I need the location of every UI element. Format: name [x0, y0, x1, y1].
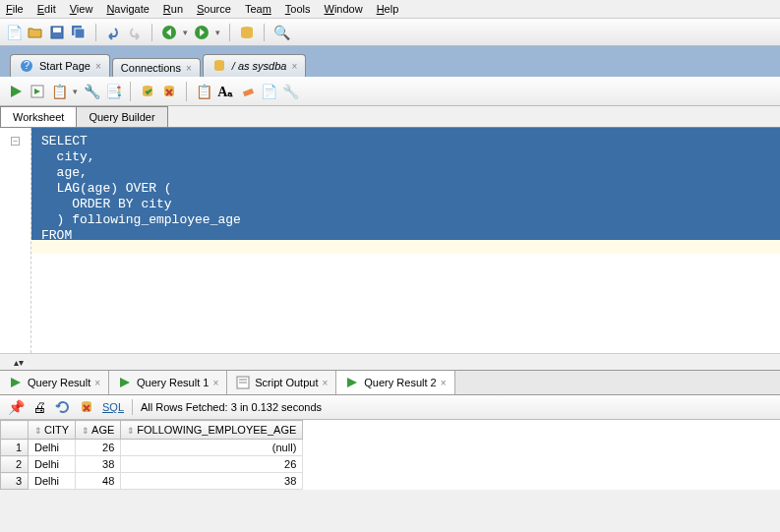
binoculars-icon[interactable]: 🔍	[273, 25, 289, 40]
separator	[151, 24, 152, 41]
clear-icon[interactable]	[239, 84, 255, 99]
autotrace-icon[interactable]: 🔧	[84, 84, 99, 99]
separator	[229, 24, 230, 41]
cell-following[interactable]: 26	[121, 456, 303, 473]
cell-age[interactable]: 26	[76, 440, 121, 456]
sql-icon	[211, 58, 227, 74]
splitter[interactable]: ▴▾	[0, 354, 780, 370]
separator	[264, 24, 265, 41]
editor-padding	[31, 240, 780, 254]
table-row[interactable]: 3 Delhi 48 38	[1, 473, 303, 490]
menu-view[interactable]: View	[70, 3, 93, 15]
result-tabs: Query Result × Query Result 1 × Script O…	[0, 370, 780, 395]
tab-query-result-2[interactable]: Query Result 2 ×	[336, 371, 454, 394]
menu-file[interactable]: File	[6, 3, 24, 15]
refresh-icon[interactable]	[55, 399, 71, 415]
close-icon[interactable]: ×	[441, 378, 447, 388]
close-icon[interactable]: ×	[291, 61, 297, 72]
tab-start-page[interactable]: ? Start Page ×	[10, 54, 110, 77]
sql-link[interactable]: SQL	[102, 401, 124, 413]
dropdown-icon[interactable]: ▾	[215, 28, 220, 37]
dropdown-icon[interactable]: ▾	[73, 87, 78, 96]
cell-city[interactable]: Delhi	[29, 473, 76, 490]
run-icon	[344, 375, 360, 390]
sql-icon[interactable]	[239, 25, 255, 40]
separator	[132, 399, 133, 415]
fold-icon[interactable]: −	[11, 137, 20, 146]
tab-sysdba[interactable]: / as sysdba ×	[203, 54, 306, 77]
table-row[interactable]: 1 Delhi 26 (null)	[1, 440, 303, 456]
close-icon[interactable]: ×	[186, 63, 192, 74]
cell-following[interactable]: (null)	[121, 440, 303, 456]
separator	[95, 24, 96, 41]
menu-tools[interactable]: Tools	[285, 3, 311, 15]
dropdown-icon[interactable]: ▾	[183, 28, 188, 37]
result-grid: ⇕CITY ⇕AGE ⇕FOLLOWING_EMPLOYEE_AGE 1 Del…	[0, 420, 780, 490]
cell-age[interactable]: 48	[76, 473, 121, 490]
row-header-corner	[1, 421, 29, 440]
new-icon[interactable]: 📄	[6, 25, 22, 40]
sql-code[interactable]: SELECT city, age, LAG(age) OVER ( ORDER …	[31, 128, 780, 240]
cancel-icon[interactable]	[79, 399, 94, 415]
svg-rect-1	[53, 28, 61, 32]
tab-label: Query Result	[28, 377, 90, 388]
menu-source[interactable]: Source	[197, 3, 231, 15]
run-icon	[8, 375, 24, 390]
tab-query-result[interactable]: Query Result ×	[0, 371, 109, 394]
cell-city[interactable]: Delhi	[29, 456, 76, 473]
tab-query-builder[interactable]: Query Builder	[76, 106, 167, 127]
editor-gutter: −	[0, 128, 31, 353]
save-all-icon[interactable]	[71, 25, 87, 40]
svg-rect-3	[75, 29, 85, 38]
menu-edit[interactable]: Edit	[37, 3, 56, 15]
column-header-city[interactable]: ⇕CITY	[29, 421, 76, 440]
back-icon[interactable]	[161, 25, 177, 40]
worksheet-toolbar: 📋 ▾ 🔧 📑 📋 Aₐ 📄 🔧	[0, 77, 780, 106]
close-icon[interactable]: ×	[95, 61, 101, 72]
cell-age[interactable]: 38	[76, 456, 121, 473]
cell-following[interactable]: 38	[121, 473, 303, 490]
print-icon[interactable]: 🖨	[31, 399, 47, 415]
redo-icon[interactable]	[127, 25, 143, 40]
menu-navigate[interactable]: Navigate	[106, 3, 149, 15]
wrench-icon[interactable]: 🔧	[282, 84, 298, 99]
row-number: 2	[1, 456, 29, 473]
tab-label: Start Page	[39, 60, 90, 72]
menu-run[interactable]: Run	[163, 3, 183, 15]
tab-label: Script Output	[255, 377, 318, 388]
forward-icon[interactable]	[194, 25, 210, 40]
result-toolbar: 📌 🖨 SQL All Rows Fetched: 3 in 0.132 sec…	[0, 395, 780, 420]
undo-icon[interactable]	[105, 25, 121, 40]
explain-icon[interactable]: 📋	[51, 84, 67, 99]
script-icon	[235, 375, 251, 390]
menu-help[interactable]: Help	[377, 3, 399, 15]
close-icon[interactable]: ×	[212, 378, 218, 388]
pin-icon[interactable]: 📌	[8, 399, 24, 415]
open-icon[interactable]	[28, 25, 43, 40]
menu-team[interactable]: Team	[245, 3, 271, 15]
sql-history-icon[interactable]: 📋	[196, 84, 211, 99]
cell-city[interactable]: Delhi	[29, 440, 76, 456]
tab-query-result-1[interactable]: Query Result 1 ×	[109, 371, 227, 394]
rollback-icon[interactable]	[161, 84, 177, 99]
save-icon[interactable]	[49, 25, 65, 40]
tab-connections[interactable]: Connections ×	[112, 58, 201, 77]
tab-script-output[interactable]: Script Output ×	[227, 371, 336, 394]
format-icon[interactable]: Aₐ	[217, 84, 233, 99]
close-icon[interactable]: ×	[94, 378, 100, 388]
tool-icon[interactable]: 📑	[105, 84, 121, 99]
table-row[interactable]: 2 Delhi 38 26	[1, 456, 303, 473]
close-icon[interactable]: ×	[322, 378, 328, 388]
column-header-following[interactable]: ⇕FOLLOWING_EMPLOYEE_AGE	[121, 421, 303, 440]
menu-bar: File Edit View Navigate Run Source Team …	[0, 0, 780, 19]
separator	[186, 82, 187, 101]
document-tabs: ? Start Page × Connections × / as sysdba…	[0, 46, 780, 77]
worksheet-tabs: Worksheet Query Builder	[0, 106, 780, 128]
run-script-icon[interactable]	[30, 84, 45, 99]
tab-worksheet[interactable]: Worksheet	[0, 106, 77, 127]
run-icon[interactable]	[8, 84, 24, 99]
column-header-age[interactable]: ⇕AGE	[76, 421, 121, 440]
commit-icon[interactable]	[140, 84, 155, 99]
menu-window[interactable]: Window	[325, 3, 363, 15]
tool-icon[interactable]: 📄	[261, 84, 276, 99]
